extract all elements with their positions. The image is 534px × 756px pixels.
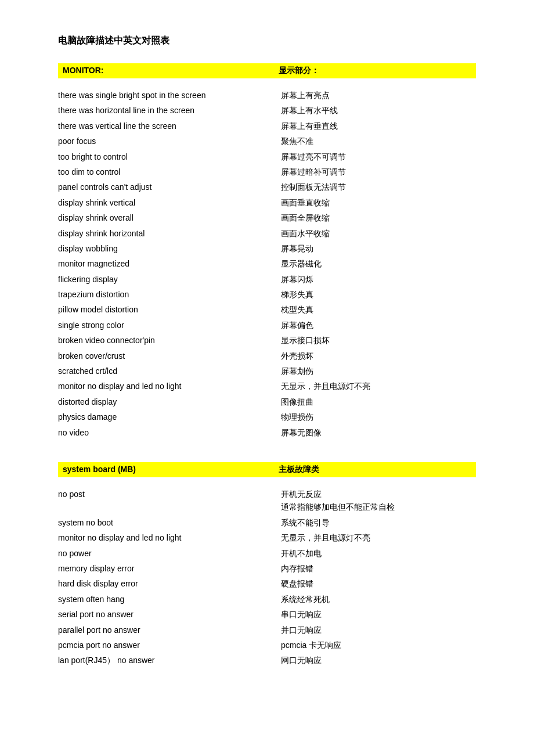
- entry-zh-monitor-4: 屏幕过亮不可调节: [246, 150, 476, 163]
- entry-en-monitor-17: broken cover/crust: [58, 350, 246, 362]
- section-header-monitor: MONITOR:显示部分：: [58, 63, 476, 78]
- entry-en-monitor-21: physics damage: [58, 411, 246, 423]
- section-monitor: MONITOR:显示部分：there was single bright spo…: [58, 63, 476, 439]
- section-header-right-systemboard: 主板故障类: [255, 465, 471, 475]
- entry-zh-monitor-2: 屏幕上有垂直线: [246, 120, 476, 132]
- entry-en-monitor-3: poor focus: [58, 135, 246, 147]
- entry-row-monitor-21: physics damage物理损伤: [58, 411, 476, 423]
- entry-en-systemboard-1: system no boot: [58, 516, 246, 529]
- entry-row-monitor-10: display wobbling屏幕晃动: [58, 242, 476, 255]
- entry-en-monitor-13: trapezium distortion: [58, 288, 246, 301]
- entry-zh-monitor-19: 无显示，并且电源灯不亮: [246, 380, 476, 393]
- entry-zh-monitor-13: 梯形失真: [246, 288, 476, 301]
- entry-en-monitor-19: monitor no display and led no light: [58, 380, 246, 393]
- entry-row-systemboard-10: lan port(RJ45） no answer网口无响应: [58, 654, 476, 667]
- entry-row-monitor-22: no video屏幕无图像: [58, 426, 476, 439]
- entry-row-monitor-4: too bright to control屏幕过亮不可调节: [58, 150, 476, 163]
- entry-row-monitor-12: flickering display屏幕闪烁: [58, 273, 476, 286]
- entry-zh-monitor-6: 控制面板无法调节: [246, 181, 476, 193]
- entry-zh-systemboard-10: 网口无响应: [246, 654, 476, 667]
- entry-row-systemboard-3: no power开机不加电: [58, 547, 476, 560]
- entry-en-monitor-20: distorted display: [58, 395, 246, 408]
- entry-en-systemboard-8: parallel port no answer: [58, 624, 246, 636]
- section-header-systemboard: system board (MB)主板故障类: [58, 462, 476, 477]
- section-header-right-monitor: 显示部分：: [255, 66, 471, 76]
- entry-en-monitor-12: flickering display: [58, 273, 246, 286]
- entry-zh-monitor-8: 画面全屏收缩: [246, 211, 476, 224]
- entry-row-systemboard-2: monitor no display and led no light无显示，并…: [58, 531, 476, 544]
- entry-row-monitor-17: broken cover/crust外壳损坏: [58, 350, 476, 362]
- entry-en-monitor-8: display shrink overall: [58, 211, 246, 224]
- entry-en-monitor-16: broken video connector'pin: [58, 334, 246, 347]
- entry-en-systemboard-10: lan port(RJ45） no answer: [58, 654, 246, 667]
- entry-zh-monitor-3: 聚焦不准: [246, 135, 476, 147]
- entry-zh-monitor-9: 画面水平收缩: [246, 227, 476, 240]
- entry-zh-monitor-22: 屏幕无图像: [246, 426, 476, 439]
- entry-row-monitor-13: trapezium distortion梯形失真: [58, 288, 476, 301]
- entry-row-systemboard-7: serial port no answer串口无响应: [58, 608, 476, 621]
- entry-en-monitor-0: there was single bright spot in the scre…: [58, 89, 246, 102]
- entry-en-systemboard-6: system often hang: [58, 593, 246, 606]
- entry-en-systemboard-2: monitor no display and led no light: [58, 531, 246, 544]
- entry-en-monitor-18: scratched crt/lcd: [58, 365, 246, 377]
- entry-zh-monitor-20: 图像扭曲: [246, 395, 476, 408]
- entry-zh-monitor-1: 屏幕上有水平线: [246, 104, 476, 117]
- entry-row-monitor-2: there was vertical line the screen屏幕上有垂直…: [58, 120, 476, 132]
- entry-zh-monitor-16: 显示接口损坏: [246, 334, 476, 347]
- entry-en-monitor-7: display shrink vertical: [58, 196, 246, 209]
- entry-zh-systemboard-1: 系统不能引导: [246, 516, 476, 529]
- entry-row-monitor-20: distorted display图像扭曲: [58, 395, 476, 408]
- sections-container: MONITOR:显示部分：there was single bright spo…: [58, 63, 476, 667]
- entry-en-monitor-1: there was horizontal line in the screen: [58, 104, 246, 117]
- entry-row-systemboard-5: hard disk display error硬盘报错: [58, 577, 476, 590]
- section-header-left-monitor: MONITOR:: [63, 66, 255, 76]
- page-title: 电脑故障描述中英文对照表: [58, 35, 476, 47]
- entry-en-monitor-9: display shrink horizontal: [58, 227, 246, 240]
- entry-zh-monitor-21: 物理损伤: [246, 411, 476, 423]
- entry-zh-monitor-12: 屏幕闪烁: [246, 273, 476, 286]
- entry-row-monitor-8: display shrink overall画面全屏收缩: [58, 211, 476, 224]
- entry-row-monitor-14: pillow model distortion枕型失真: [58, 303, 476, 316]
- entry-en-systemboard-4: memory display error: [58, 562, 246, 575]
- entry-en-systemboard-7: serial port no answer: [58, 608, 246, 621]
- entry-en-systemboard-0: no post: [58, 488, 246, 514]
- entry-zh-systemboard-6: 系统经常死机: [246, 593, 476, 606]
- entry-row-monitor-11: monitor magnetized显示器磁化: [58, 257, 476, 270]
- entry-en-monitor-5: too dim to control: [58, 165, 246, 178]
- entry-zh-monitor-17: 外壳损坏: [246, 350, 476, 362]
- entry-zh-systemboard-4: 内存报错: [246, 562, 476, 575]
- entry-row-monitor-1: there was horizontal line in the screen屏…: [58, 104, 476, 117]
- entry-en-systemboard-3: no power: [58, 547, 246, 560]
- entry-row-monitor-15: single strong color屏幕偏色: [58, 319, 476, 332]
- entry-zh-systemboard-5: 硬盘报错: [246, 577, 476, 590]
- entry-row-monitor-16: broken video connector'pin显示接口损坏: [58, 334, 476, 347]
- entry-zh-monitor-14: 枕型失真: [246, 303, 476, 316]
- entry-zh-monitor-10: 屏幕晃动: [246, 242, 476, 255]
- entry-zh-systemboard-8: 并口无响应: [246, 624, 476, 636]
- entry-zh-monitor-7: 画面垂直收缩: [246, 196, 476, 209]
- entry-row-systemboard-0: no post开机无反应通常指能够加电但不能正常自检: [58, 488, 476, 514]
- section-header-left-systemboard: system board (MB): [63, 465, 255, 475]
- entry-zh-systemboard-9: pcmcia 卡无响应: [246, 639, 476, 651]
- entry-en-monitor-22: no video: [58, 426, 246, 439]
- entry-zh-systemboard-3: 开机不加电: [246, 547, 476, 560]
- entry-row-monitor-9: display shrink horizontal画面水平收缩: [58, 227, 476, 240]
- entry-en-monitor-6: panel controls can't adjust: [58, 181, 246, 193]
- entry-row-monitor-7: display shrink vertical画面垂直收缩: [58, 196, 476, 209]
- entry-row-systemboard-6: system often hang系统经常死机: [58, 593, 476, 606]
- entry-en-systemboard-9: pcmcia port no answer: [58, 639, 246, 651]
- entry-en-monitor-2: there was vertical line the screen: [58, 120, 246, 132]
- section-systemboard: system board (MB)主板故障类no post开机无反应通常指能够加…: [58, 462, 476, 667]
- entry-zh-systemboard-2: 无显示，并且电源灯不亮: [246, 531, 476, 544]
- entry-zh-monitor-0: 屏幕上有亮点: [246, 89, 476, 102]
- entry-en-monitor-11: monitor magnetized: [58, 257, 246, 270]
- entry-zh-monitor-5: 屏幕过暗补可调节: [246, 165, 476, 178]
- entry-zh-monitor-15: 屏幕偏色: [246, 319, 476, 332]
- entry-en-monitor-4: too bright to control: [58, 150, 246, 163]
- entry-row-systemboard-8: parallel port no answer并口无响应: [58, 624, 476, 636]
- entry-en-monitor-10: display wobbling: [58, 242, 246, 255]
- entry-en-monitor-14: pillow model distortion: [58, 303, 246, 316]
- entry-en-systemboard-5: hard disk display error: [58, 577, 246, 590]
- entry-zh-systemboard-0: 开机无反应通常指能够加电但不能正常自检: [246, 488, 476, 514]
- entry-row-systemboard-1: system no boot系统不能引导: [58, 516, 476, 529]
